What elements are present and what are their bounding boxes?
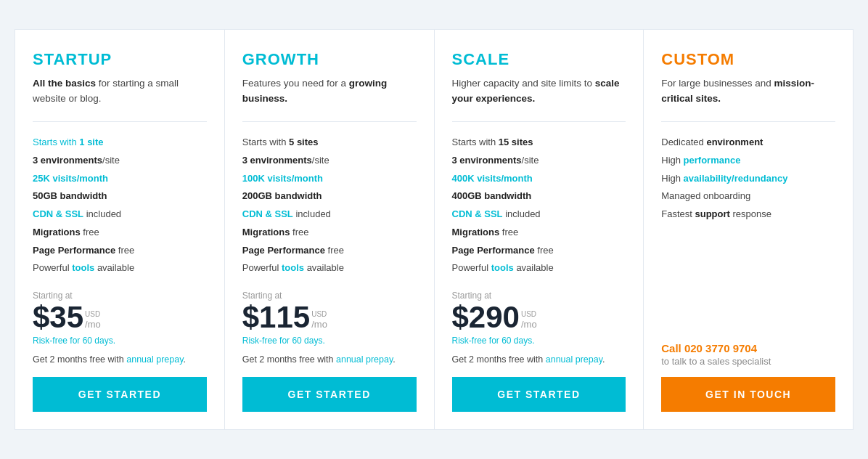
risk-free-startup: Risk-free for 60 days. (33, 336, 207, 346)
list-item: 3 environments/site (33, 152, 207, 170)
pricing-container: STARTUPAll the basics for starting a sma… (15, 29, 853, 429)
price-usd-mo-startup: USD/mo (85, 310, 101, 333)
cta-button-scale[interactable]: GET STARTED (452, 377, 626, 412)
list-item: Page Performance free (452, 242, 626, 260)
plan-title-startup: STARTUP (33, 50, 207, 69)
price-usd-label-startup: USD (85, 310, 100, 319)
list-item: Powerful tools available (452, 259, 626, 277)
list-item: Managed onboarding (661, 187, 835, 206)
list-item: 400GB bandwidth (452, 187, 626, 206)
list-item: 3 environments/site (242, 152, 417, 170)
list-item: CDN & SSL included (242, 206, 417, 224)
call-section-custom: Call 020 3770 9704to talk to a sales spe… (661, 342, 835, 367)
price-amount-scale: $290 (452, 302, 520, 333)
starting-at-scale: Starting at (452, 291, 626, 301)
plan-card-custom: CUSTOMFor large businesses and mission-c… (643, 29, 853, 429)
price-mo-label-growth: /mo (311, 319, 327, 330)
plan-desc-custom: For large businesses and mission-critica… (661, 76, 835, 111)
risk-free-growth: Risk-free for 60 days. (242, 336, 417, 346)
features-list-scale: Starts with 15 sites3 environments/site4… (452, 134, 626, 277)
price-row-scale: $290USD/mo (452, 302, 626, 333)
starting-at-growth: Starting at (242, 291, 417, 301)
plan-divider-scale (452, 121, 626, 122)
price-mo-label-startup: /mo (85, 319, 101, 330)
price-usd-label-growth: USD (311, 310, 327, 319)
list-item: High availability/redundancy (661, 170, 835, 188)
list-item: Migrations free (33, 224, 207, 242)
plan-card-scale: SCALEHigher capacity and site limits to … (434, 29, 644, 429)
plan-divider-growth (242, 121, 417, 122)
features-list-custom: Dedicated environmentHigh performanceHig… (661, 134, 835, 321)
list-item: Page Performance free (33, 242, 207, 260)
list-item: 100K visits/month (242, 170, 417, 188)
list-item: Starts with 5 sites (242, 134, 417, 152)
risk-free-scale: Risk-free for 60 days. (452, 336, 626, 346)
cta-button-growth[interactable]: GET STARTED (242, 377, 417, 412)
price-usd-mo-growth: USD/mo (311, 310, 327, 333)
price-mo-label-scale: /mo (521, 319, 537, 330)
plan-divider-custom (661, 121, 835, 122)
price-amount-startup: $35 (33, 302, 83, 333)
list-item: Migrations free (452, 224, 626, 242)
list-item: Fastest support response (661, 206, 835, 224)
list-item: High performance (661, 152, 835, 170)
plan-title-scale: SCALE (452, 50, 626, 69)
plan-divider-startup (33, 121, 207, 122)
features-list-startup: Starts with 1 site3 environments/site25K… (33, 134, 207, 277)
list-item: 200GB bandwidth (242, 187, 417, 206)
plan-desc-startup: All the basics for starting a small webs… (33, 76, 207, 111)
plan-desc-growth: Features you need for a growing business… (242, 76, 417, 111)
list-item: Powerful tools available (242, 259, 417, 277)
list-item: Starts with 1 site (33, 134, 207, 152)
price-usd-mo-scale: USD/mo (521, 310, 537, 333)
starting-at-startup: Starting at (33, 291, 207, 301)
list-item: 400K visits/month (452, 170, 626, 188)
plan-title-custom: CUSTOM (661, 50, 835, 69)
list-item: Starts with 15 sites (452, 134, 626, 152)
price-row-growth: $115USD/mo (242, 302, 417, 333)
list-item: 50GB bandwidth (33, 187, 207, 206)
call-note-custom: to talk to a sales specialist (661, 356, 835, 367)
plan-title-growth: GROWTH (242, 50, 417, 69)
list-item: CDN & SSL included (33, 206, 207, 224)
list-item: Migrations free (242, 224, 417, 242)
list-item: 25K visits/month (33, 170, 207, 188)
list-item: Dedicated environment (661, 134, 835, 152)
price-usd-label-scale: USD (521, 310, 536, 319)
call-number-custom: Call 020 3770 9704 (661, 342, 835, 354)
price-row-startup: $35USD/mo (33, 302, 207, 333)
pricing-section-growth: Starting at$115USD/moRisk-free for 60 da… (242, 291, 417, 367)
plan-desc-scale: Higher capacity and site limits to scale… (452, 76, 626, 111)
annual-note-startup: Get 2 months free with annual prepay. (33, 353, 207, 367)
list-item: Powerful tools available (33, 259, 207, 277)
cta-button-startup[interactable]: GET STARTED (33, 377, 207, 412)
price-amount-growth: $115 (242, 302, 310, 333)
pricing-section-scale: Starting at$290USD/moRisk-free for 60 da… (452, 291, 626, 367)
list-item: 3 environments/site (452, 152, 626, 170)
list-item: CDN & SSL included (452, 206, 626, 224)
features-list-growth: Starts with 5 sites3 environments/site10… (242, 134, 417, 277)
list-item: Page Performance free (242, 242, 417, 260)
plan-card-growth: GROWTHFeatures you need for a growing bu… (224, 29, 434, 429)
pricing-section-startup: Starting at$35USD/moRisk-free for 60 day… (33, 291, 207, 367)
cta-button-custom[interactable]: GET IN TOUCH (661, 377, 835, 412)
annual-note-growth: Get 2 months free with annual prepay. (242, 353, 417, 367)
plan-card-startup: STARTUPAll the basics for starting a sma… (15, 29, 224, 429)
annual-note-scale: Get 2 months free with annual prepay. (452, 353, 626, 367)
